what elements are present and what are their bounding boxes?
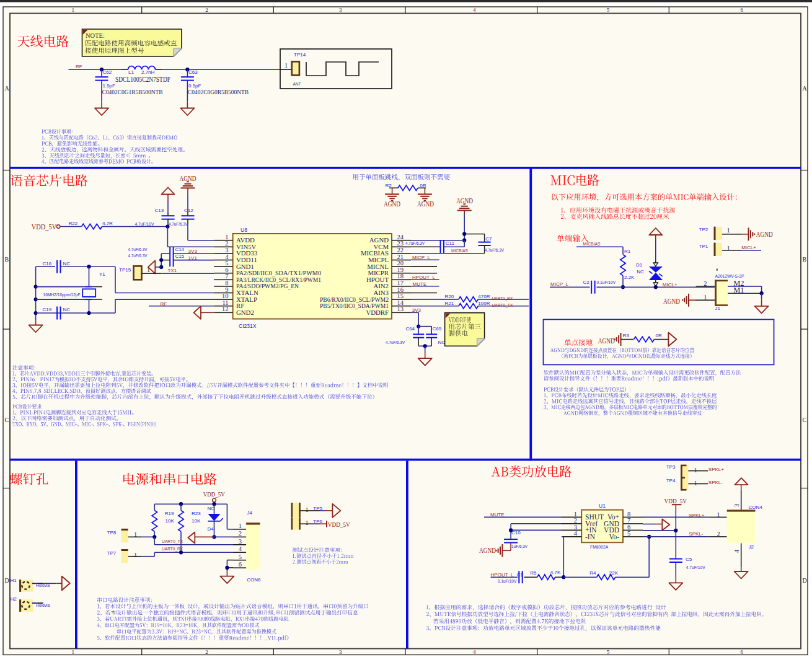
svg-text:0.1uF/10V: 0.1uF/10V [597, 280, 616, 285]
svg-text:C0402C0G0R5B500NTB: C0402C0G0R5B500NTB [188, 88, 249, 95]
svg-text:1: 1 [72, 649, 75, 655]
svg-text:R1: R1 [624, 249, 631, 254]
svg-text:MICBIAS: MICBIAS [583, 241, 601, 247]
svg-text:AGND: AGND [384, 200, 400, 208]
svg-text:NC: NC [637, 269, 644, 275]
svg-text:4.7uF/6.3V: 4.7uF/6.3V [169, 221, 188, 227]
svg-text:3: 3 [339, 649, 342, 655]
svg-text:16MHZ/10ppm/12pF: 16MHZ/10ppm/12pF [43, 292, 81, 298]
svg-text:ANT: ANT [293, 82, 301, 86]
svg-text:GND2: GND2 [236, 309, 254, 316]
svg-text:1: 1 [727, 227, 730, 234]
svg-text:4.7uF/6.3V: 4.7uF/6.3V [128, 253, 148, 258]
svg-text:2: 2 [205, 7, 208, 13]
svg-text:C63: C63 [188, 69, 198, 75]
svg-text:3: 3 [733, 504, 740, 507]
svg-text:12: 12 [222, 306, 229, 312]
svg-text:RF: RF [161, 301, 167, 307]
svg-text:10K: 10K [165, 518, 175, 524]
svg-text:NC: NC [63, 261, 71, 267]
svg-text:FM8002A: FM8002A [590, 544, 609, 550]
svg-text:C2: C2 [583, 280, 590, 285]
svg-text:1: 1 [134, 552, 137, 558]
svg-text:C7: C7 [485, 236, 492, 242]
svg-text:R21: R21 [445, 301, 454, 306]
svg-text:18: 18 [397, 273, 404, 280]
svg-text:3: 3 [239, 538, 242, 545]
svg-text:5: 5 [607, 7, 610, 13]
svg-text:21: 21 [397, 254, 404, 260]
svg-text:3: 3 [339, 7, 342, 13]
svg-text:470R: 470R [478, 294, 490, 299]
svg-text:U8: U8 [241, 227, 247, 233]
svg-text:SPKL-: SPKL- [689, 531, 703, 537]
svg-text:R23: R23 [192, 511, 201, 516]
svg-text:A: A [5, 85, 10, 92]
svg-text:TP2: TP2 [699, 227, 708, 232]
svg-text:C19: C19 [43, 307, 52, 312]
svg-text:R22: R22 [69, 221, 78, 226]
svg-text:4: 4 [733, 549, 740, 553]
svg-text:AGND: AGND [663, 298, 680, 305]
svg-text:Vo-: Vo- [609, 533, 620, 540]
svg-text:2: 2 [239, 530, 242, 537]
svg-text:AGND: AGND [756, 231, 773, 238]
svg-text:4: 4 [574, 530, 578, 537]
svg-text:22: 22 [397, 247, 404, 254]
svg-text:TP8: TP8 [107, 530, 117, 536]
svg-text:22K: 22K [609, 570, 619, 576]
svg-text:4: 4 [473, 7, 476, 13]
svg-text:SPKL-: SPKL- [708, 480, 723, 485]
svg-text:SPKL+: SPKL+ [689, 513, 704, 518]
svg-text:VDD_5V: VDD_5V [328, 521, 350, 528]
svg-text:1: 1 [694, 467, 697, 474]
svg-text:CON6: CON6 [247, 577, 261, 583]
svg-text:B: B [5, 256, 9, 263]
svg-text:10K: 10K [192, 518, 201, 524]
svg-text:L1: L1 [128, 69, 134, 75]
svg-text:13: 13 [397, 306, 404, 312]
svg-text:4.7uF/6.3V: 4.7uF/6.3V [386, 340, 405, 345]
svg-text:4.7uF/6.3V: 4.7uF/6.3V [485, 247, 505, 253]
svg-text:A2012WV-S-2P: A2012WV-S-2P [715, 273, 744, 279]
svg-text:15: 15 [397, 293, 404, 299]
svg-text:4: 4 [239, 545, 242, 552]
svg-text:MUTE: MUTE [490, 512, 505, 518]
svg-text:R5: R5 [530, 570, 537, 576]
svg-text:10: 10 [222, 293, 229, 299]
svg-text:4: 4 [225, 254, 229, 260]
svg-text:C0402C0G1R5B500NTB: C0402C0G1R5B500NTB [102, 88, 163, 95]
svg-text:TP14: TP14 [294, 52, 306, 58]
svg-text:24: 24 [397, 234, 404, 240]
svg-text:C5: C5 [686, 557, 692, 562]
svg-text:1: 1 [147, 267, 150, 273]
svg-text:C62: C62 [103, 69, 112, 75]
svg-text:1: 1 [225, 234, 228, 240]
svg-text:TP6: TP6 [313, 519, 322, 524]
svg-text:VDD_5V: VDD_5V [664, 497, 687, 505]
svg-text:6: 6 [741, 7, 744, 13]
svg-text:RF: RF [76, 64, 82, 69]
svg-text:UART0_RX: UART0_RX [162, 546, 183, 552]
svg-text:HPOUT_L: HPOUT_L [491, 572, 514, 578]
svg-text:1: 1 [717, 511, 720, 518]
svg-text:14: 14 [397, 299, 404, 306]
svg-text:1: 1 [285, 62, 288, 69]
svg-text:1: 1 [72, 7, 75, 13]
svg-text:AGND: AGND [180, 175, 196, 182]
svg-text:7: 7 [627, 517, 630, 524]
svg-text:2: 2 [205, 649, 208, 655]
svg-text:H1: H1 [10, 578, 17, 583]
svg-text:UART0_TX: UART0_TX [162, 539, 183, 544]
svg-text:R4: R4 [589, 570, 596, 576]
svg-text:Holdvia: Holdvia [36, 602, 50, 608]
svg-text:2: 2 [704, 280, 707, 287]
svg-text:1: 1 [306, 519, 309, 526]
svg-text:11: 11 [222, 299, 228, 306]
svg-text:C65: C65 [433, 326, 442, 332]
svg-text:SDCL1005C2N7STDF: SDCL1005C2N7STDF [115, 76, 170, 83]
svg-text:17: 17 [397, 280, 404, 286]
svg-text:CI231X: CI231X [239, 323, 257, 329]
svg-text:MICL+: MICL+ [663, 282, 677, 288]
svg-text:D1: D1 [636, 262, 643, 268]
